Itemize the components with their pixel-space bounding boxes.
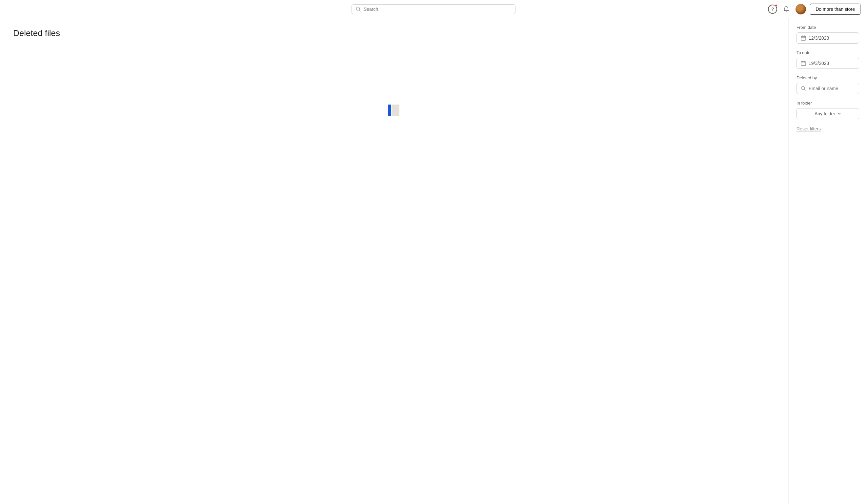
search-icon-filter xyxy=(801,86,806,91)
from-date-input[interactable] xyxy=(809,35,855,41)
avatar[interactable] xyxy=(795,4,806,14)
svg-rect-6 xyxy=(801,62,806,66)
header-actions: ? Do more than store xyxy=(768,3,860,15)
chevron-down-icon xyxy=(837,112,841,116)
reset-filters-button[interactable]: Reset filters xyxy=(796,126,821,131)
notifications-button[interactable] xyxy=(781,4,792,14)
deleted-by-section: Deleted by xyxy=(796,75,859,94)
loading-spinner xyxy=(388,105,400,116)
app-header: ? Do more than store xyxy=(0,0,867,18)
from-date-label: From date xyxy=(796,25,859,30)
to-date-input[interactable] xyxy=(809,61,855,66)
to-date-section: To date xyxy=(796,50,859,69)
in-folder-section: In folder Any folder xyxy=(796,101,859,119)
cta-button[interactable]: Do more than store xyxy=(810,3,860,15)
from-date-section: From date xyxy=(796,25,859,44)
search-icon xyxy=(356,7,361,12)
to-date-input-wrapper[interactable] xyxy=(796,58,859,69)
search-wrapper[interactable] xyxy=(352,4,515,14)
avatar-image xyxy=(795,4,806,14)
deleted-by-label: Deleted by xyxy=(796,75,859,80)
help-label: ? xyxy=(771,7,774,11)
filter-panel: From date To date xyxy=(788,18,867,504)
search-container xyxy=(352,4,515,14)
help-badge xyxy=(774,4,778,7)
to-date-label: To date xyxy=(796,50,859,55)
svg-line-1 xyxy=(360,10,361,11)
in-folder-label: In folder xyxy=(796,101,859,106)
main-layout: Deleted files From date xyxy=(0,18,867,504)
folder-select-value: Any folder xyxy=(815,111,835,116)
deleted-by-input[interactable] xyxy=(809,86,855,91)
content-area: Deleted files xyxy=(0,18,788,504)
spinner-gray-bar xyxy=(392,105,399,116)
page-title: Deleted files xyxy=(13,28,775,39)
calendar-icon-from xyxy=(801,35,806,41)
spinner-blue-bar xyxy=(388,105,391,116)
spinner xyxy=(388,105,400,116)
deleted-by-wrapper[interactable] xyxy=(796,83,859,94)
svg-line-11 xyxy=(804,89,806,91)
loading-area xyxy=(13,45,775,176)
help-button[interactable]: ? xyxy=(768,4,777,14)
svg-rect-2 xyxy=(801,36,806,40)
search-input[interactable] xyxy=(364,7,511,12)
from-date-input-wrapper[interactable] xyxy=(796,32,859,44)
bell-icon xyxy=(783,6,790,12)
folder-select-button[interactable]: Any folder xyxy=(796,108,859,119)
calendar-icon-to xyxy=(801,61,806,66)
